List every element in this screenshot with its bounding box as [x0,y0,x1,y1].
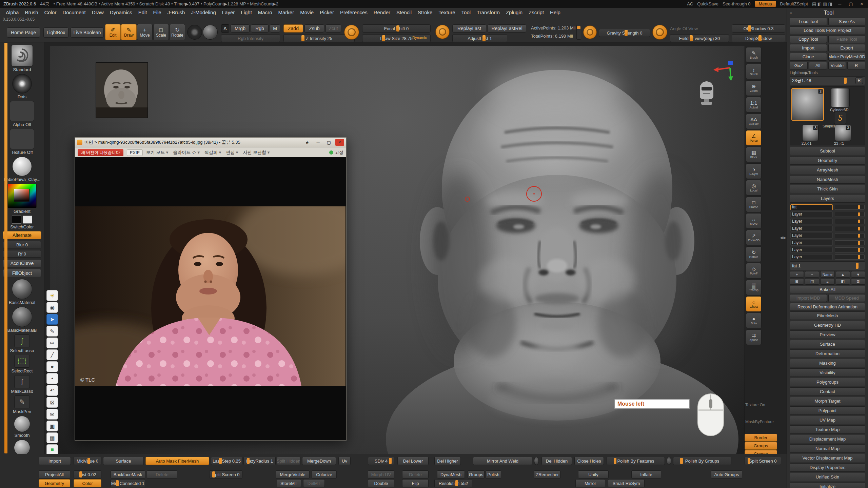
layer-row-3[interactable]: Layer [790,225,865,232]
inflate-button[interactable]: Inflate [631,470,661,479]
section-geometry-hd[interactable]: Geometry HD [790,321,865,329]
section-visibility[interactable]: Visibility [790,368,865,377]
brush-shelf-button[interactable]: ✎Brush [746,47,762,63]
import-button[interactable]: Import [790,44,827,52]
import-button[interactable]: Import [39,457,71,465]
layer-up-button[interactable]: ▲ [836,271,850,278]
draw-mode-button[interactable]: ✎Draw [121,24,137,40]
shape-icon[interactable]: ● [46,361,58,372]
all-button[interactable]: All [809,62,827,69]
default-zscript-button[interactable]: DefaultZScript [780,1,808,6]
section-arraymesh[interactable]: ArrayMesh [790,166,865,174]
layer-intensity-slider[interactable] [835,212,865,217]
layer-intensity-slider[interactable] [835,255,865,260]
viewer-menu-보기-모드[interactable]: 보기 모드 [146,149,169,156]
layer-intensity-slider[interactable] [835,240,865,245]
switch-color-swatches[interactable] [12,216,32,224]
scroll-shelf-button[interactable]: ↕Scroll [746,64,762,79]
menu-dynamics[interactable]: Dynamics [107,9,135,15]
menu-texture[interactable]: Texture [435,9,458,15]
zcut-sculpt-button[interactable]: Zcut [326,24,341,33]
layer-row-7[interactable]: Layer [790,253,865,260]
mask-pen-icon[interactable]: ✎ [14,395,30,408]
section-texture-map[interactable]: Texture Map [790,425,865,434]
replay-last-rel-button[interactable]: ReplayLastRel [488,24,526,33]
section-display-properties[interactable]: Display Properties [790,463,865,472]
split-screen-0-slider[interactable]: Split Screen 0 [745,457,781,465]
layer-intensity-slider[interactable] [835,205,865,210]
storemt-button[interactable]: StoreMT [277,479,301,487]
floor-shelf-button[interactable]: ▦Floor [746,147,762,162]
visible-button[interactable]: Visible [828,62,846,69]
select-lasso-icon[interactable]: ʃ [14,334,30,347]
viewer-menu-사진-보관함[interactable]: 사진 보관함 [243,149,270,156]
paste-tool-button[interactable]: Paste Tool [828,35,866,43]
goz-button[interactable]: GoZ [790,62,808,69]
viewer-exif-button[interactable]: EXIF [127,149,143,156]
split-hidden-button[interactable]: Split Hidden [277,457,300,465]
brush-cursor[interactable] [526,186,542,202]
color-button[interactable]: Color [74,479,101,487]
highlighter-icon[interactable]: ✏ [46,338,58,348]
trash-icon[interactable]: ⊠ [46,397,58,408]
current-tool-r-button[interactable]: R [855,77,863,84]
section-morph-target[interactable]: Morph Target [790,397,865,405]
z-intensity-slider[interactable]: Z Intensity 25 [283,34,355,42]
new-layer-button[interactable]: + [790,271,804,278]
section-unified-skin[interactable]: Unified Skin [790,473,865,481]
r-button[interactable]: R [847,62,865,69]
mdd-speed-button[interactable]: MDD Speed [828,294,866,302]
reference-thumbnail[interactable] [96,62,148,118]
mirror-button[interactable]: Mirror [575,479,605,487]
layer-row-1[interactable]: Layer [790,211,865,218]
small-dot-icon[interactable]: • [46,373,58,384]
mirror-and-weld-button[interactable]: Mirror And Weld [473,457,532,465]
color-picker-inner[interactable] [14,189,29,202]
fabiopaiva-clay-material-thumb[interactable] [12,157,32,176]
section-vector-displacement-map[interactable]: Vector Displacement Map [790,454,865,462]
merge-layer-button[interactable]: ≡ [820,278,834,285]
section-polygroups[interactable]: Polygroups [790,378,865,386]
zsub-sculpt-button[interactable]: Zsub [304,24,324,33]
layer-name-button[interactable]: Name [820,271,834,278]
mask-lasso-icon[interactable]: ʃ [14,375,30,388]
viewer-pin-button[interactable]: ★ [303,140,312,145]
replay-last-button[interactable]: ReplayLast [452,24,486,33]
mergevisible-button[interactable]: MergeVisible [276,470,310,479]
groups-toggle[interactable]: Groups [745,442,777,450]
actual-shelf-button[interactable]: 1:1Actual [746,97,762,113]
resolution-552-slider[interactable]: Resolution 552 [434,479,472,487]
make-polymesh3d-button[interactable]: Make PolyMesh3D [828,53,866,61]
menu-edit[interactable]: Edit [135,9,150,15]
section-layers[interactable]: Layers [790,194,865,203]
edit-mode-button[interactable]: ✐Edit [105,24,121,40]
field-of-view-slider[interactable]: Field of view(deg) 30 [670,34,729,42]
bake-all-button[interactable]: Bake All [790,286,865,293]
menu-alpha[interactable]: Alpha [3,9,22,15]
zremesher-button[interactable]: ZRemesher [534,470,560,479]
quicksave-button[interactable]: QuickSave [697,1,718,6]
menu-zplugin[interactable]: Zplugin [503,9,526,15]
midvalue-0-slider[interactable]: MidValue 0 [74,457,101,465]
layer-down-button[interactable]: ▼ [851,271,865,278]
line-icon[interactable]: ╱ [46,349,58,360]
stroke-preview-icon[interactable] [187,25,202,40]
import-mdd-button[interactable]: Import MDD [790,294,827,302]
menu-stroke[interactable]: Stroke [415,9,435,15]
menu-layer[interactable]: Layer [219,9,238,15]
rgb-paint-button[interactable]: Rgb [251,24,269,33]
section-polypaint[interactable]: Polypaint [790,406,865,415]
menu-color[interactable]: Color [41,9,60,15]
undo-icon[interactable]: ↶ [46,385,58,396]
fillobject-button[interactable]: FillObject [3,269,41,277]
projectall-button[interactable]: ProjectAll [39,470,70,479]
cursor-icon[interactable]: ➤ [46,314,58,325]
save-as-button[interactable]: Save As [828,18,866,25]
xpose-shelf-button[interactable]: ⇉Xpose [746,329,762,345]
adjust-last-slider[interactable]: AdjustLast 1 [452,34,507,42]
viewer-update-button[interactable]: 새 버전이 나왔습니다 [78,149,123,156]
modifier-dot-button[interactable] [534,457,539,465]
border-toggle[interactable]: Border [745,434,777,442]
section-thick-skin[interactable]: Thick Skin [790,185,865,193]
morph-uv-button[interactable]: Morph UV [368,470,394,479]
